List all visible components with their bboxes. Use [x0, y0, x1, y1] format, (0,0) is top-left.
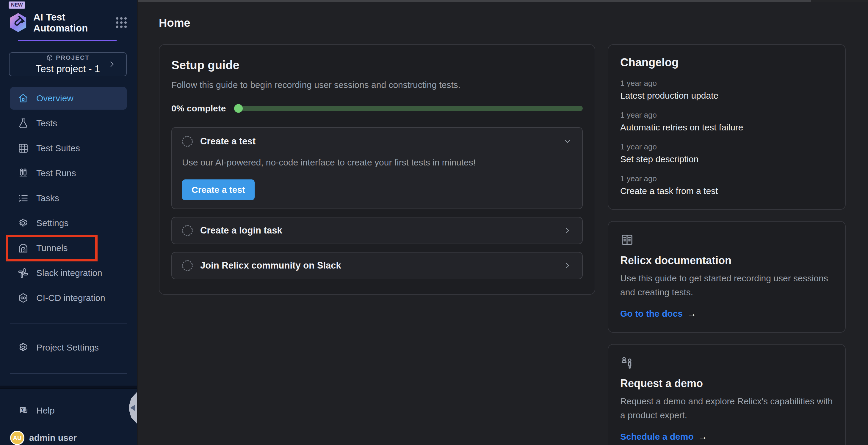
sidebar-item-cicd-integration[interactable]: CI-CD integration	[10, 287, 127, 309]
step-description: Use our AI-powered, no-code interface to…	[182, 158, 572, 168]
progress-label: 0% complete	[171, 103, 226, 113]
gear-icon	[18, 218, 29, 229]
sidebar-section-separator	[0, 385, 137, 389]
request-demo-title: Request a demo	[620, 377, 833, 390]
sidebar-item-tests[interactable]: Tests	[10, 112, 127, 135]
user-name: admin user	[29, 433, 77, 443]
setup-step-create-a-login-task[interactable]: Create a login task	[171, 217, 583, 244]
right-column: Changelog 1 year ago Latest production u…	[608, 44, 846, 445]
sidebar-item-label: Tunnels	[36, 243, 68, 253]
slack-icon	[18, 268, 29, 278]
checklist-icon	[18, 193, 29, 204]
changelog-entry-title: Latest production update	[620, 91, 833, 101]
step-title: Create a test	[200, 136, 556, 147]
page-title: Home	[159, 16, 846, 29]
sidebar-item-label: CI-CD integration	[36, 293, 105, 303]
link-label[interactable]: Schedule a demo	[620, 432, 694, 442]
changelog-entry: 1 year ago Set step description	[620, 142, 833, 164]
grid-9-dots-icon[interactable]	[116, 17, 127, 28]
two-people-icon	[620, 356, 833, 370]
sidebar-item-settings[interactable]: Settings	[10, 212, 127, 234]
sidebar-item-overview[interactable]: Overview	[10, 87, 127, 110]
step-header[interactable]: Create a test	[182, 136, 572, 147]
documentation-title: Relicx documentation	[620, 254, 833, 267]
sidebar-divider	[10, 373, 127, 374]
sidebar-item-label: Settings	[36, 218, 68, 228]
flask-icon	[18, 118, 29, 129]
app-title: AI Test Automation	[33, 11, 105, 34]
project-label: PROJECT	[56, 54, 90, 61]
gear-icon	[18, 342, 29, 353]
svg-text:?: ?	[21, 407, 24, 412]
changelog-title: Changelog	[620, 56, 833, 69]
changelog-time: 1 year ago	[620, 142, 833, 151]
hexagon-infinity-icon	[18, 293, 29, 303]
sidebar-item-label: Tasks	[36, 193, 59, 203]
sidebar-item-test-suites[interactable]: Test Suites	[10, 137, 127, 160]
documentation-description: Use this guide to get started recording …	[620, 272, 833, 299]
setup-progress: 0% complete	[171, 103, 583, 113]
setup-step-join-relicx-community[interactable]: Join Relicx community on Slack	[171, 252, 583, 279]
help-chat-icon: ?	[18, 405, 29, 416]
sidebar-item-test-runs[interactable]: Test Runs	[10, 162, 127, 184]
incomplete-step-icon	[182, 225, 193, 236]
chevron-right-icon[interactable]	[563, 226, 572, 235]
changelog-time: 1 year ago	[620, 110, 833, 120]
link-label[interactable]: Go to the docs	[620, 309, 683, 319]
changelog-entry-title: Automatic retries on test failure	[620, 123, 833, 133]
changelog-time: 1 year ago	[620, 174, 833, 183]
chevron-right-icon	[108, 60, 116, 68]
tunnel-icon	[18, 243, 29, 253]
cube-icon	[46, 54, 53, 61]
sidebar-item-label: Tests	[36, 118, 57, 128]
changelog-entry: 1 year ago Latest production update	[620, 79, 833, 101]
incomplete-step-icon	[182, 136, 193, 147]
project-selector[interactable]: PROJECT Test project - 1	[9, 52, 127, 76]
changelog-entry-title: Set step description	[620, 154, 833, 164]
sidebar-item-project-settings[interactable]: Project Settings	[10, 336, 127, 359]
sidebar-item-slack-integration[interactable]: Slack integration	[10, 262, 127, 284]
chevron-down-icon[interactable]	[563, 137, 572, 146]
help-section: ? Help	[0, 399, 137, 424]
sidebar-item-tasks[interactable]: Tasks	[10, 187, 127, 209]
sidebar-footer-nav: Project Settings	[0, 336, 137, 361]
chevron-right-icon[interactable]	[563, 261, 572, 270]
test-runs-icon	[18, 168, 29, 178]
table-grid-icon	[18, 143, 29, 153]
progress-bar	[235, 106, 583, 111]
arrow-right-icon: →	[698, 431, 707, 442]
setup-guide-title: Setup guide	[171, 59, 583, 72]
help-label: Help	[36, 406, 55, 416]
sidebar-item-label: Slack integration	[36, 268, 102, 278]
brand-header: NEW	[0, 0, 137, 41]
changelog-entry-title: Create a task from a test	[620, 186, 833, 196]
scrollbar-thumb[interactable]	[138, 0, 811, 2]
arrow-right-icon: →	[687, 308, 696, 319]
sidebar-item-tunnels[interactable]: Tunnels	[10, 237, 127, 259]
request-demo-card: Request a demo Request a demo and explor…	[608, 344, 846, 445]
sidebar-item-label: Test Runs	[36, 168, 76, 178]
create-a-test-button[interactable]: Create a test	[182, 179, 255, 200]
incomplete-step-icon	[182, 260, 193, 271]
sidebar-divider	[10, 323, 127, 324]
open-book-icon	[620, 233, 833, 246]
documentation-card: Relicx documentation Use this guide to g…	[608, 221, 846, 333]
scrollbar-track	[138, 0, 868, 2]
changelog-time: 1 year ago	[620, 79, 833, 88]
project-name: Test project - 1	[36, 63, 100, 75]
schedule-a-demo-link[interactable]: Schedule a demo →	[620, 431, 833, 442]
user-menu[interactable]: AU admin user	[0, 431, 137, 445]
sidebar-nav: Overview Tests Test Suites	[0, 87, 137, 312]
app-logo-icon	[9, 12, 27, 33]
setup-step-create-a-test: Create a test Use our AI-powered, no-cod…	[171, 127, 583, 209]
setup-guide-subtitle: Follow this guide to begin recording use…	[171, 80, 583, 90]
step-title: Join Relicx community on Slack	[200, 260, 556, 271]
help-button[interactable]: ? Help	[10, 399, 127, 422]
go-to-the-docs-link[interactable]: Go to the docs →	[620, 308, 833, 319]
avatar: AU	[10, 431, 24, 445]
home-icon	[18, 93, 29, 104]
setup-guide-card: Setup guide Follow this guide to begin r…	[159, 44, 595, 295]
request-demo-description: Request a demo and explore Relicx's capa…	[620, 395, 833, 422]
brand-accent-bar	[18, 40, 117, 41]
changelog-entry: 1 year ago Create a task from a test	[620, 174, 833, 196]
